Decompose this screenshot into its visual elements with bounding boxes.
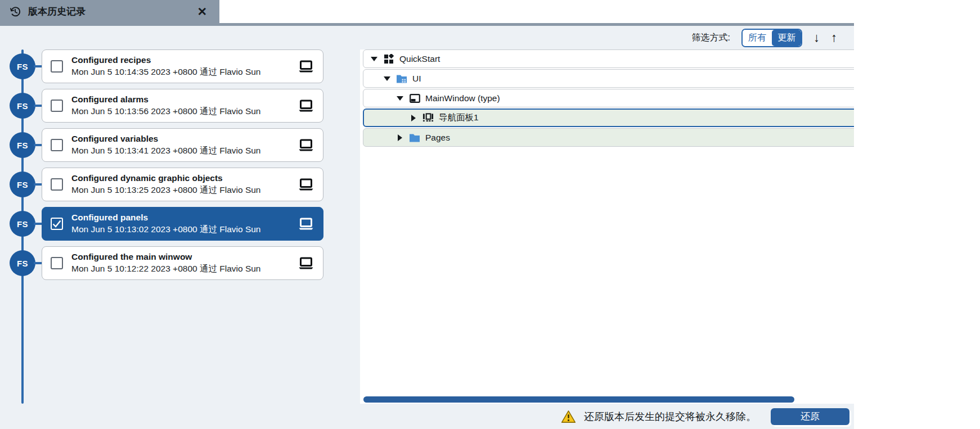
tree-row-label: 导航面板1 — [439, 112, 479, 124]
restore-button[interactable]: 还原 — [771, 408, 849, 425]
tree-row[interactable]: QuickStart — [363, 49, 854, 68]
filter-option-all[interactable]: 所有 — [743, 30, 772, 46]
snapshot-laptop-icon[interactable] — [298, 60, 314, 73]
main-area: FS Configured recipes Mon Jun 5 10:14:35… — [0, 49, 854, 404]
commit-title: Configured recipes — [71, 55, 289, 65]
quickstart-project-icon — [383, 54, 394, 64]
tree-row[interactable]: Pages — [363, 128, 854, 147]
commit-card[interactable]: Configured alarms Mon Jun 5 10:13:56 202… — [42, 89, 323, 123]
commit-meta: Mon Jun 5 10:13:25 2023 +0800 通过 Flavio … — [71, 184, 289, 196]
horizontal-scrollbar[interactable] — [363, 396, 794, 403]
commit-meta: Mon Jun 5 10:13:41 2023 +0800 通过 Flavio … — [71, 145, 289, 157]
tree-row-label: MainWindow (type) — [425, 93, 500, 103]
commit-meta: Mon Jun 5 10:14:35 2023 +0800 通过 Flavio … — [71, 66, 289, 78]
commit-row: FS Configured variables Mon Jun 5 10:13:… — [0, 128, 360, 162]
commit-card[interactable]: Configured panels Mon Jun 5 10:13:02 202… — [42, 207, 323, 241]
avatar: FS — [10, 171, 35, 197]
commit-title: Configured variables — [71, 134, 289, 144]
commit-checkbox[interactable] — [51, 139, 63, 151]
filter-toggle-group: 所有 更新 — [741, 29, 802, 47]
commit-card[interactable]: Configured recipes Mon Jun 5 10:14:35 20… — [42, 49, 323, 83]
sort-ascending-icon[interactable]: ↑ — [831, 31, 837, 44]
expander-triangle-icon[interactable] — [410, 115, 417, 121]
commit-row: FS Configured panels Mon Jun 5 10:13:02 … — [0, 207, 360, 241]
snapshot-laptop-icon[interactable] — [298, 100, 314, 112]
panel-content: 筛选方式: 所有 更新 ↓ ↑ FS Configured recipes — [0, 26, 854, 429]
snapshot-laptop-icon[interactable] — [298, 218, 314, 231]
tree-row[interactable]: 导航面板1 — [363, 109, 854, 127]
history-icon — [9, 6, 21, 18]
commit-row: FS Configured recipes Mon Jun 5 10:14:35… — [0, 49, 360, 83]
commit-checkbox[interactable] — [51, 60, 63, 73]
tree-row-label: Pages — [425, 133, 450, 143]
commit-meta: Mon Jun 5 10:12:22 2023 +0800 通过 Flavio … — [71, 263, 289, 275]
tree-rows: QuickStart — [360, 49, 854, 147]
commit-title: Configured the main winwow — [71, 252, 289, 262]
filter-label: 筛选方式: — [692, 32, 730, 44]
main-window-icon — [409, 93, 420, 103]
commit-title: Configured dynamic graphic objects — [71, 173, 289, 183]
commit-checkbox[interactable] — [51, 178, 63, 191]
commit-meta: Mon Jun 5 10:13:02 2023 +0800 通过 Flavio … — [71, 224, 289, 236]
close-icon[interactable]: ✕ — [194, 5, 210, 19]
filter-row: 筛选方式: 所有 更新 ↓ ↑ — [0, 26, 854, 49]
timeline-connector — [34, 183, 42, 186]
commit-card[interactable]: Configured the main winwow Mon Jun 5 10:… — [42, 246, 323, 280]
commit-checkbox[interactable] — [51, 257, 63, 269]
commit-text: Configured dynamic graphic objects Mon J… — [71, 173, 289, 196]
avatar: FS — [10, 93, 35, 119]
expander-triangle-icon[interactable] — [383, 76, 391, 81]
commit-row: FS Configured the main winwow Mon Jun 5 … — [0, 246, 360, 280]
warning-icon — [561, 410, 576, 423]
commit-title: Configured alarms — [71, 94, 289, 105]
timeline-connector — [34, 65, 42, 67]
filter-option-updated[interactable]: 更新 — [772, 30, 801, 46]
snapshot-laptop-icon[interactable] — [298, 257, 314, 270]
expander-triangle-icon[interactable] — [370, 57, 378, 61]
tree-row-label: QuickStart — [399, 54, 440, 64]
commit-text: Configured variables Mon Jun 5 10:13:41 … — [71, 134, 289, 157]
commit-title: Configured panels — [71, 213, 289, 223]
tab-bar: 版本历史记录 ✕ — [0, 0, 854, 23]
timeline-connector — [34, 262, 42, 264]
commit-checkbox[interactable] — [51, 100, 63, 112]
timeline-connector — [34, 105, 42, 107]
expander-triangle-icon[interactable] — [396, 96, 404, 101]
commit-text: Configured the main winwow Mon Jun 5 10:… — [71, 252, 289, 275]
commit-text: Configured panels Mon Jun 5 10:13:02 202… — [71, 213, 289, 236]
commit-meta: Mon Jun 5 10:13:56 2023 +0800 通过 Flavio … — [71, 106, 289, 118]
avatar: FS — [10, 250, 35, 276]
sort-descending-icon[interactable]: ↓ — [813, 31, 820, 44]
commit-list: FS Configured recipes Mon Jun 5 10:14:35… — [0, 49, 360, 280]
commit-card[interactable]: Configured variables Mon Jun 5 10:13:41 … — [42, 128, 323, 162]
commit-card[interactable]: Configured dynamic graphic objects Mon J… — [42, 168, 323, 201]
folder-icon — [409, 133, 420, 143]
ui-folder-icon — [396, 74, 407, 84]
tree-row-label: UI — [412, 74, 421, 84]
version-history-panel: 版本历史记录 ✕ 筛选方式: 所有 更新 ↓ ↑ FS — [0, 0, 854, 429]
project-tree: QuickStart — [360, 49, 854, 404]
commit-row: FS Configured alarms Mon Jun 5 10:13:56 … — [0, 89, 360, 123]
commit-text: Configured recipes Mon Jun 5 10:14:35 20… — [71, 55, 289, 78]
avatar: FS — [10, 53, 35, 79]
avatar: FS — [10, 211, 35, 237]
tree-row[interactable]: MainWindow (type) — [363, 89, 854, 107]
snapshot-laptop-icon[interactable] — [298, 178, 314, 191]
timeline-connector — [34, 223, 42, 225]
expander-triangle-icon[interactable] — [396, 134, 404, 141]
tab-version-history[interactable]: 版本历史记录 ✕ — [0, 0, 219, 23]
timeline-connector — [34, 144, 42, 146]
tab-title: 版本历史记录 — [28, 5, 187, 18]
warning-text: 还原版本后发生的提交将被永久移除。 — [584, 410, 756, 423]
footer: 还原版本后发生的提交将被永久移除。 还原 — [0, 404, 854, 429]
commit-checkbox[interactable] — [51, 218, 63, 230]
snapshot-laptop-icon[interactable] — [298, 139, 314, 152]
commit-row: FS Configured dynamic graphic objects Mo… — [0, 168, 360, 201]
avatar: FS — [10, 132, 35, 158]
commit-timeline: FS Configured recipes Mon Jun 5 10:14:35… — [0, 49, 360, 404]
commit-text: Configured alarms Mon Jun 5 10:13:56 202… — [71, 94, 289, 118]
navigation-panel-icon — [422, 113, 434, 123]
tree-row[interactable]: UI — [363, 69, 854, 88]
